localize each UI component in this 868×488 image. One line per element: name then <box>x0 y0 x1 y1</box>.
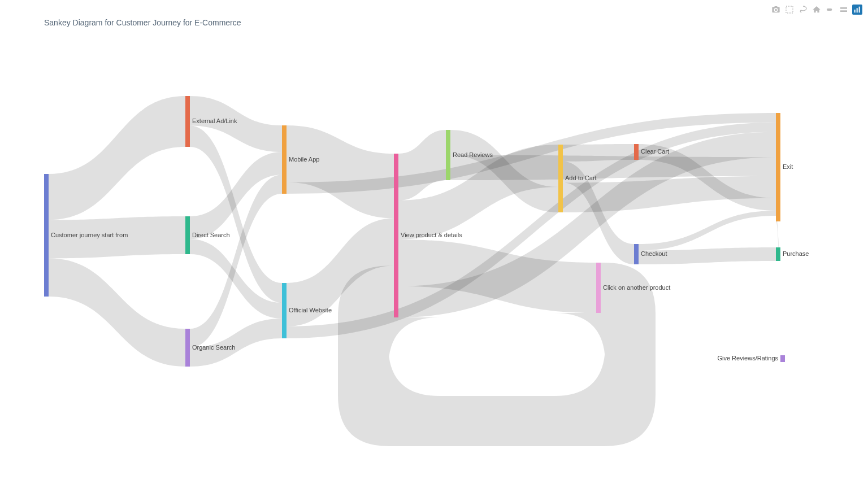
sankey-node[interactable] <box>558 145 563 212</box>
sankey-node[interactable] <box>596 263 601 313</box>
sankey-node[interactable] <box>780 355 785 362</box>
sankey-node-label: Mobile App <box>289 156 319 163</box>
sankey-node-label: Official Website <box>289 307 332 313</box>
sankey-node[interactable] <box>446 130 450 180</box>
sankey-node-label: View product & details <box>401 232 462 238</box>
sankey-node-label: Direct Search <box>192 232 230 238</box>
sankey-node-label: Organic Search <box>192 344 235 351</box>
sankey-node-label: Exit <box>783 163 793 170</box>
sankey-link[interactable] <box>398 130 446 201</box>
sankey-node[interactable] <box>634 144 639 160</box>
sankey-node-label: Customer journey start from <box>51 232 128 238</box>
sankey-node[interactable] <box>282 125 287 194</box>
sankey-node-label: Purchase <box>783 250 809 257</box>
sankey-link[interactable] <box>287 125 394 218</box>
sankey-diagram[interactable] <box>0 0 868 488</box>
sankey-node[interactable] <box>634 244 639 264</box>
sankey-node[interactable] <box>776 247 780 261</box>
sankey-node[interactable] <box>776 113 780 221</box>
sankey-link[interactable] <box>639 211 776 250</box>
sankey-node-label: Click on another product <box>603 284 670 291</box>
sankey-node[interactable] <box>185 96 190 147</box>
sankey-link[interactable] <box>49 258 185 367</box>
sankey-node[interactable] <box>185 329 190 367</box>
sankey-link[interactable] <box>563 144 634 162</box>
sankey-node-label: Clear Cart <box>641 148 669 155</box>
sankey-link[interactable] <box>49 96 185 220</box>
sankey-node[interactable] <box>44 174 49 297</box>
sankey-node-label: Checkout <box>641 250 667 257</box>
sankey-node-label: Read Reviews <box>453 151 493 158</box>
sankey-node-label: Add to Cart <box>565 175 597 181</box>
sankey-node[interactable] <box>185 216 190 254</box>
sankey-node-label: External Ad/Link <box>192 117 237 124</box>
sankey-node-label: Give Reviews/Ratings <box>717 355 778 361</box>
sankey-node[interactable] <box>394 154 398 317</box>
sankey-node[interactable] <box>282 283 287 338</box>
